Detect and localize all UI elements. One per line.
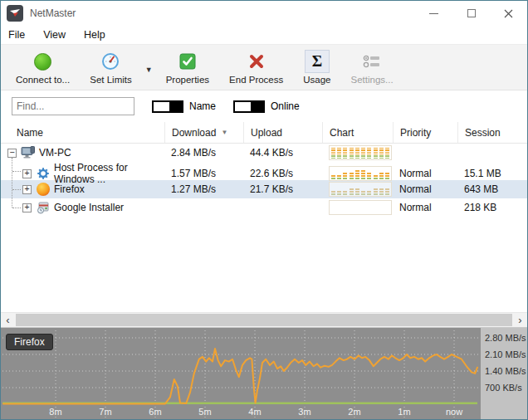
toggle-thumb — [169, 102, 182, 111]
download-value — [164, 198, 243, 217]
menu-file[interactable]: File — [1, 29, 34, 41]
toolbar: Connect to...Set Limits▼PropertiesEnd Pr… — [1, 44, 527, 90]
column-header-label: Priority — [400, 127, 431, 139]
window-title: NetMaster — [30, 7, 415, 19]
mini-bar-up — [374, 188, 378, 190]
mini-bar-up — [367, 154, 371, 154]
mini-bar-up — [385, 154, 389, 154]
table-row-vm-pc[interactable]: −VM-PC2.84 MB/s44.4 KB/s — [1, 144, 527, 162]
menu-view[interactable]: View — [34, 29, 75, 41]
y-axis-tick-label: 700 KB/s — [485, 383, 522, 393]
table-row-google-installer[interactable]: +Google InstallerNormal218 KB — [1, 198, 527, 217]
mini-bar-up — [343, 173, 347, 174]
mini-bar-up — [350, 191, 354, 193]
mini-bar-up — [379, 148, 384, 149]
minimize-button[interactable] — [415, 1, 452, 26]
mini-chart-column — [350, 168, 354, 179]
collapse-icon[interactable]: − — [7, 149, 17, 158]
scrollbar-thumb[interactable] — [16, 314, 512, 326]
mini-chart-column — [331, 183, 335, 195]
mini-bar-up — [385, 148, 389, 149]
mini-chart-column — [374, 168, 378, 179]
table-row-host-process-for-windows[interactable]: +Host Process for Windows ...1.57 MB/s22… — [1, 162, 527, 180]
mini-bar-up — [350, 152, 354, 153]
mini-bar-down — [385, 155, 389, 156]
column-header-priority[interactable]: Priority — [393, 122, 457, 143]
mini-bar-up — [374, 191, 378, 193]
menu-help[interactable]: Help — [75, 29, 115, 41]
mini-chart-column — [374, 202, 378, 213]
mini-bar-up — [355, 173, 359, 174]
close-icon — [504, 9, 513, 18]
mini-bar-up — [379, 188, 384, 190]
mini-chart-column — [385, 202, 389, 213]
mini-bar-up — [374, 148, 378, 149]
mini-bar-down — [331, 155, 335, 156]
mini-chart-column — [355, 147, 359, 159]
connect-icon — [31, 50, 56, 73]
mini-bar-up — [331, 191, 335, 193]
mini-chart-column — [343, 168, 347, 179]
y-axis-tick-label: 2.10 MB/s — [485, 349, 526, 359]
chart-cell — [322, 180, 393, 198]
mini-bar-up — [385, 173, 389, 174]
name-filter-toggle[interactable] — [152, 100, 183, 113]
mini-bar-down — [361, 155, 365, 156]
minimize-icon — [429, 13, 438, 14]
mini-bar-down — [385, 158, 389, 159]
mini-bar-up — [337, 191, 341, 193]
toolbar-button-end-process[interactable]: End Process — [219, 46, 293, 89]
column-header-upload[interactable]: Upload — [243, 122, 322, 143]
scroll-right-button[interactable]: › — [513, 313, 527, 327]
name-filter-toggle-group: Name — [152, 100, 216, 113]
toolbar-button-properties[interactable]: Properties — [156, 46, 219, 89]
process-name: Firefox — [54, 183, 85, 195]
horizontal-scrollbar[interactable]: ‹ › — [1, 312, 527, 327]
table-row-firefox[interactable]: +Firefox1.27 MB/s21.7 KB/sNormal643 MB — [1, 180, 527, 198]
toolbar-button-usage[interactable]: ΣUsage — [293, 46, 340, 89]
column-header-session[interactable]: Session — [457, 122, 528, 143]
column-header-name[interactable]: Name — [1, 122, 164, 143]
mini-bar-up — [379, 173, 384, 174]
mini-chart-column — [337, 168, 341, 179]
scroll-left-button[interactable]: ‹ — [1, 313, 15, 327]
traffic-chart-svg: 8m7m6m5m4m3m2m1mnow — [1, 328, 481, 420]
mini-chart-column — [385, 168, 389, 179]
find-input[interactable] — [12, 97, 134, 115]
toolbar-button-label: End Process — [229, 75, 283, 85]
column-header-chart[interactable]: Chart — [322, 122, 393, 143]
mini-chart-column — [379, 202, 384, 213]
column-header-download[interactable]: Download▼ — [164, 122, 243, 143]
toolbar-button-connect-to[interactable]: Connect to... — [6, 46, 80, 89]
mini-bar-up — [385, 175, 389, 177]
mini-bar-up — [379, 175, 384, 177]
column-header-label: Download — [172, 127, 216, 139]
mini-traffic-chart — [329, 200, 392, 215]
session-value — [457, 144, 527, 162]
online-filter-toggle[interactable] — [233, 100, 265, 113]
mini-bar-up — [343, 148, 347, 149]
maximize-button[interactable] — [452, 1, 490, 26]
mini-traffic-chart — [329, 182, 392, 197]
expand-icon[interactable]: + — [22, 169, 32, 178]
toolbar-button-set-limits[interactable]: Set Limits — [80, 46, 142, 89]
chart-cell — [322, 198, 393, 217]
mini-bar-down — [355, 193, 359, 195]
mini-bar-down — [331, 193, 335, 195]
dropdown-arrow-icon[interactable]: ▼ — [142, 66, 156, 74]
firefox-icon — [36, 183, 50, 197]
expand-icon[interactable]: + — [22, 203, 32, 212]
column-header-label: Upload — [251, 127, 282, 139]
toolbar-button-label: Set Limits — [90, 75, 132, 85]
mini-bar-up — [350, 149, 354, 150]
mini-bar-down — [374, 158, 378, 159]
mini-bar-down — [350, 158, 354, 159]
mini-bar-up — [385, 188, 389, 190]
close-button[interactable] — [490, 1, 527, 26]
mini-bar-up — [355, 175, 359, 177]
sort-desc-icon: ▼ — [221, 129, 227, 136]
expand-icon[interactable]: + — [22, 185, 32, 194]
mini-chart-column — [350, 147, 354, 159]
mini-bar-up — [350, 154, 354, 154]
mini-bar-up — [355, 154, 359, 154]
